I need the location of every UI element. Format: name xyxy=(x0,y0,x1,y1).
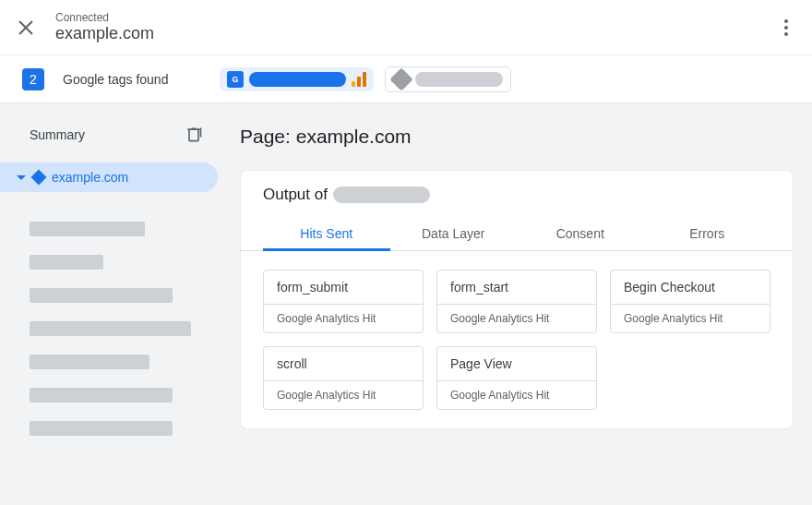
tab-hits-sent[interactable]: Hits Sent xyxy=(263,217,390,250)
hit-type: Google Analytics Hit xyxy=(264,381,423,409)
sidebar-event-item[interactable] xyxy=(30,255,103,270)
hit-type: Google Analytics Hit xyxy=(437,381,596,409)
hit-name: form_start xyxy=(437,271,596,305)
hit-name: scroll xyxy=(264,347,423,381)
sidebar-event-item[interactable] xyxy=(30,355,149,369)
tag-id-placeholder xyxy=(249,72,346,87)
gtm-icon xyxy=(389,67,412,90)
tags-found-bar: 2 Google tags found xyxy=(0,55,812,103)
app-header: Connected example.com xyxy=(0,0,812,55)
tag-chip-gtm[interactable] xyxy=(385,66,511,92)
sidebar-event-item[interactable] xyxy=(30,321,191,336)
hit-name: Page View xyxy=(437,347,596,381)
sidebar-event-item[interactable] xyxy=(30,388,173,403)
svg-point-2 xyxy=(784,32,788,36)
main-area: Summary example.com Page: example.com Ou… xyxy=(0,103,812,505)
kebab-icon xyxy=(784,19,788,36)
page-name: example.com xyxy=(296,126,412,147)
tab-bar: Hits SentData LayerConsentErrors xyxy=(241,217,793,251)
tag-id-placeholder xyxy=(415,72,503,87)
hit-type: Google Analytics Hit xyxy=(611,305,770,332)
page-diamond-icon xyxy=(31,170,47,186)
analytics-icon xyxy=(352,72,366,87)
tags-found-text: Google tags found xyxy=(63,72,220,87)
hit-card[interactable]: Page ViewGoogle Analytics Hit xyxy=(436,346,597,410)
svg-point-1 xyxy=(784,26,788,30)
output-of-row: Output of xyxy=(241,186,793,217)
hit-name: form_submit xyxy=(264,271,423,305)
clear-all-icon[interactable] xyxy=(185,126,203,144)
more-options-button[interactable] xyxy=(775,19,797,36)
tags-count-badge: 2 xyxy=(22,68,44,90)
hit-type: Google Analytics Hit xyxy=(437,305,596,332)
hit-card[interactable]: scrollGoogle Analytics Hit xyxy=(263,346,424,410)
domain-title: example.com xyxy=(55,24,775,43)
tab-errors[interactable]: Errors xyxy=(644,217,771,250)
tab-data-layer[interactable]: Data Layer xyxy=(390,217,518,250)
content-area: Page: example.com Output of Hits SentDat… xyxy=(221,103,812,505)
output-card: Output of Hits SentData LayerConsentErro… xyxy=(240,170,794,429)
caret-down-icon xyxy=(17,175,26,180)
svg-point-0 xyxy=(784,19,788,23)
connected-label: Connected xyxy=(55,11,775,24)
sidebar-event-list xyxy=(0,192,221,436)
sidebar: Summary example.com xyxy=(0,103,221,505)
hit-name: Begin Checkout xyxy=(611,271,770,305)
hit-card[interactable]: form_startGoogle Analytics Hit xyxy=(436,270,597,333)
page-label: Page: xyxy=(240,126,296,147)
summary-label: Summary xyxy=(30,127,85,142)
active-page-text: example.com xyxy=(52,170,128,185)
gtag-icon xyxy=(227,71,244,88)
sidebar-event-item[interactable] xyxy=(30,222,145,236)
sidebar-event-item[interactable] xyxy=(30,288,173,303)
sidebar-active-page[interactable]: example.com xyxy=(0,162,218,192)
output-id-placeholder xyxy=(333,186,430,203)
hit-card[interactable]: Begin CheckoutGoogle Analytics Hit xyxy=(610,270,770,333)
header-title-block: Connected example.com xyxy=(55,11,775,43)
svg-rect-3 xyxy=(200,128,202,138)
sidebar-event-item[interactable] xyxy=(30,421,173,436)
hit-card[interactable]: form_submitGoogle Analytics Hit xyxy=(263,270,424,333)
tag-chip-gtag[interactable] xyxy=(220,67,374,91)
close-button[interactable] xyxy=(15,17,37,39)
tab-consent[interactable]: Consent xyxy=(517,217,644,250)
hits-grid: form_submitGoogle Analytics Hitform_star… xyxy=(241,251,793,428)
close-icon xyxy=(18,19,34,36)
page-title: Page: example.com xyxy=(240,126,794,148)
hit-type: Google Analytics Hit xyxy=(264,305,423,332)
summary-row[interactable]: Summary xyxy=(0,114,221,155)
output-label: Output of xyxy=(263,186,328,204)
